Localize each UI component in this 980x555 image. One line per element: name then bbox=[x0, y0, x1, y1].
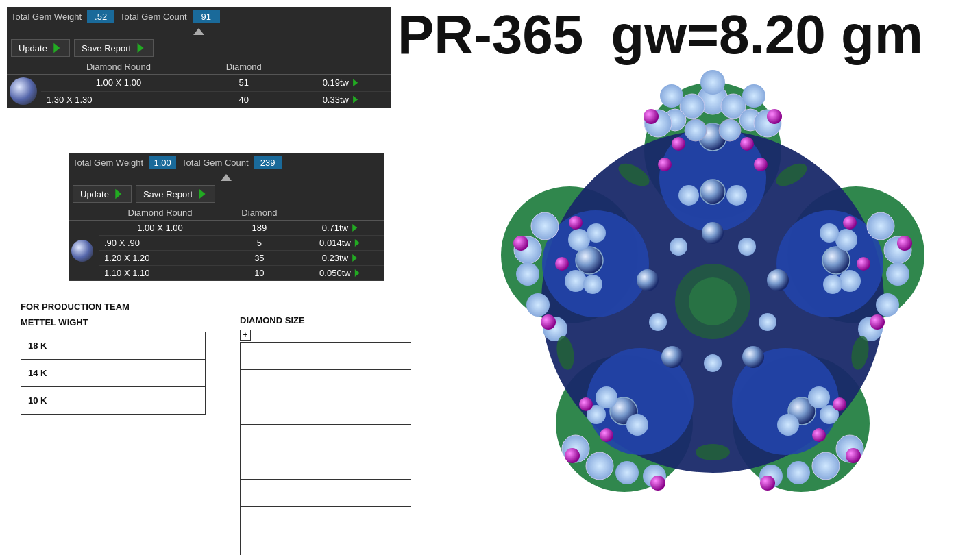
diamond-cell[interactable] bbox=[326, 534, 411, 556]
svg-point-71 bbox=[886, 262, 909, 286]
diamond-cell[interactable] bbox=[241, 370, 326, 397]
diamond-title: DIAMOND SIZE bbox=[240, 315, 411, 325]
update-button-2[interactable]: Update bbox=[73, 185, 132, 203]
panel1-header: Total Gem Weight .52 Total Gem Count 91 bbox=[7, 7, 391, 27]
karat-value[interactable] bbox=[69, 387, 205, 415]
update-label-2: Update bbox=[80, 189, 109, 199]
gem-icon-2 bbox=[71, 240, 93, 262]
svg-point-89 bbox=[897, 236, 912, 251]
production-section: FOR PRODUCTION TEAM METTEL WIGHT 18 K 14… bbox=[21, 301, 206, 415]
update-label-1: Update bbox=[19, 43, 47, 53]
karat-value[interactable] bbox=[69, 360, 205, 387]
diamond-section: DIAMOND SIZE + bbox=[240, 315, 411, 555]
svg-point-21 bbox=[726, 185, 747, 206]
diamond-row bbox=[241, 452, 411, 480]
svg-point-91 bbox=[846, 448, 861, 463]
diamond-cell[interactable] bbox=[241, 480, 326, 507]
diamond-cell[interactable] bbox=[241, 534, 326, 556]
panel-1: Total Gem Weight .52 Total Gem Count 91 … bbox=[7, 7, 391, 108]
diamond-cell[interactable] bbox=[326, 397, 411, 425]
diamond-cell[interactable] bbox=[326, 507, 411, 534]
svg-point-60 bbox=[670, 238, 687, 256]
diamond-cell[interactable] bbox=[326, 425, 411, 452]
table-row: 1.00 X 1.00 189 0.71tw bbox=[69, 221, 384, 236]
jewelry-area bbox=[466, 69, 959, 534]
table-row: .90 X .90 5 0.014tw bbox=[69, 236, 384, 251]
weight-arrow[interactable] bbox=[350, 95, 360, 104]
diamond-cell[interactable] bbox=[326, 452, 411, 480]
svg-point-55 bbox=[767, 269, 789, 291]
svg-point-92 bbox=[760, 476, 775, 491]
svg-point-47 bbox=[565, 270, 587, 292]
svg-point-20 bbox=[678, 185, 699, 206]
weight-cell: 0.050tw bbox=[297, 266, 384, 281]
count-cell: 40 bbox=[196, 91, 292, 108]
metal-weight-title: METTEL WIGHT bbox=[21, 317, 206, 328]
svg-point-62 bbox=[649, 313, 667, 331]
gem-count-value-2: 239 bbox=[254, 156, 282, 169]
metal-row: 10 K bbox=[21, 387, 206, 415]
diamond-cell[interactable] bbox=[241, 452, 326, 480]
weight-arrow[interactable] bbox=[350, 223, 359, 233]
svg-point-69 bbox=[867, 212, 894, 240]
metal-table: 18 K 14 K 10 K bbox=[21, 332, 206, 415]
production-title: FOR PRODUCTION TEAM bbox=[21, 301, 206, 312]
count-cell: 51 bbox=[196, 75, 292, 92]
panel1-buttons: Update Save Report bbox=[7, 36, 391, 60]
diamond-cell[interactable] bbox=[241, 507, 326, 534]
update-arrow-1 bbox=[50, 42, 62, 54]
diamond-cell[interactable] bbox=[241, 343, 326, 370]
svg-point-49 bbox=[583, 275, 602, 294]
svg-point-26 bbox=[822, 247, 850, 274]
gem-weight-label-2: Total Gem Weight bbox=[73, 158, 143, 168]
svg-point-48 bbox=[587, 223, 606, 243]
diamond-add-button[interactable]: + bbox=[240, 330, 251, 341]
panel2-buttons: Update Save Report bbox=[69, 182, 384, 206]
svg-point-37 bbox=[812, 428, 826, 442]
table-row: 1.00 X 1.00 51 0.19tw bbox=[7, 75, 391, 92]
svg-point-34 bbox=[808, 386, 830, 408]
weight-arrow[interactable] bbox=[352, 269, 362, 278]
svg-point-66 bbox=[660, 84, 683, 108]
slider-arrow-1[interactable] bbox=[193, 28, 204, 35]
karat-value[interactable] bbox=[69, 332, 205, 360]
svg-point-67 bbox=[742, 84, 765, 108]
update-button-1[interactable]: Update bbox=[11, 39, 70, 57]
count-cell: 10 bbox=[221, 266, 297, 281]
diamond-row bbox=[241, 343, 411, 370]
slider-2[interactable] bbox=[69, 173, 384, 182]
diamond-cell[interactable] bbox=[241, 425, 326, 452]
diamond-cell[interactable] bbox=[326, 370, 411, 397]
karat-label: 18 K bbox=[21, 332, 69, 360]
diamond-row bbox=[241, 370, 411, 397]
diamond-cell[interactable] bbox=[326, 480, 411, 507]
diamond-row bbox=[241, 425, 411, 452]
weight-arrow[interactable] bbox=[352, 238, 362, 248]
svg-point-19 bbox=[700, 180, 725, 204]
weight-cell: 0.33tw bbox=[292, 91, 391, 108]
svg-point-72 bbox=[876, 293, 899, 317]
svg-point-28 bbox=[839, 270, 861, 292]
diamond-cell[interactable] bbox=[326, 343, 411, 370]
save-report-label-1: Save Report bbox=[82, 43, 131, 53]
gem-weight-value-1: .52 bbox=[87, 10, 114, 23]
slider-arrow-2[interactable] bbox=[221, 174, 232, 181]
gem-count-label-2: Total Gem Count bbox=[182, 158, 249, 168]
svg-point-75 bbox=[812, 452, 840, 480]
weight-arrow[interactable] bbox=[350, 78, 360, 88]
svg-point-63 bbox=[704, 354, 722, 372]
diamond-cell[interactable] bbox=[241, 397, 326, 425]
save-report-button-1[interactable]: Save Report bbox=[74, 39, 154, 57]
jewelry-svg bbox=[466, 69, 959, 534]
weight-arrow[interactable] bbox=[350, 254, 359, 263]
svg-point-56 bbox=[742, 346, 764, 368]
save-report-label-2: Save Report bbox=[143, 189, 193, 199]
svg-point-41 bbox=[626, 414, 648, 436]
svg-point-23 bbox=[740, 137, 754, 151]
svg-point-93 bbox=[650, 476, 665, 491]
save-report-button-2[interactable]: Save Report bbox=[136, 185, 215, 203]
svg-point-82 bbox=[531, 212, 559, 240]
col-diamond-round-2: Diamond Round bbox=[99, 206, 221, 221]
svg-point-95 bbox=[541, 314, 556, 330]
slider-1[interactable] bbox=[7, 27, 391, 36]
